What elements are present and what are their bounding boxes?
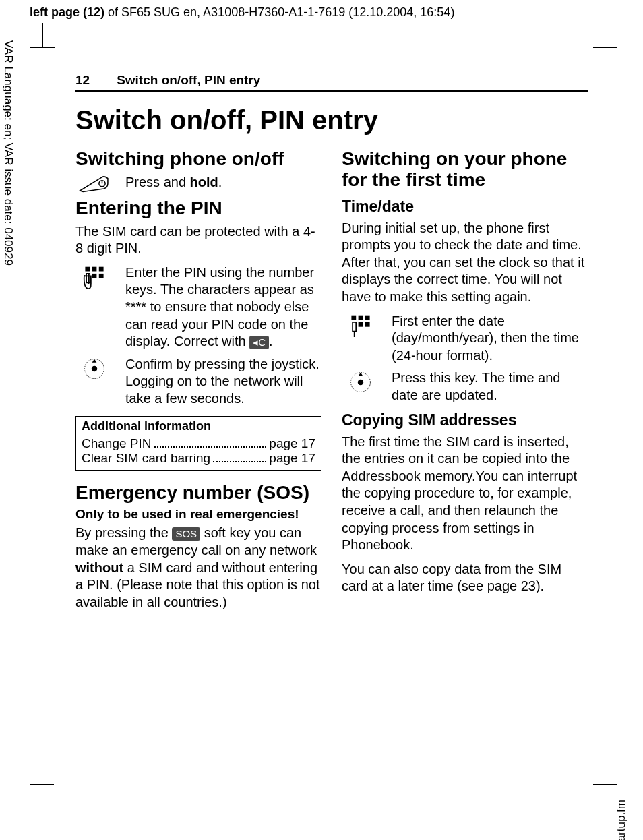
svg-rect-3 — [92, 267, 97, 272]
info-row: Change PIN page 17 — [82, 436, 315, 451]
heading-sos: Emergency number (SOS) — [75, 483, 322, 504]
text: . — [269, 334, 273, 349]
text: Enter the PIN using the number keys. The… — [125, 265, 314, 297]
time-date-body: During initial set up, the phone first p… — [342, 220, 588, 306]
left-margin-note: VAR Language: en; VAR issue date: 040929 — [1, 40, 15, 266]
info-row: Clear SIM card barring page 17 — [82, 451, 315, 466]
info-box-title: Additional information — [82, 419, 315, 433]
svg-rect-5 — [92, 274, 97, 278]
svg-rect-12 — [359, 315, 363, 320]
end-key-icon — [75, 174, 113, 193]
text-bold: hold — [190, 175, 218, 189]
svg-rect-14 — [359, 322, 363, 326]
copy-sim-body2: You can also copy data from the SIM card… — [342, 561, 588, 595]
keycap-label: C — [258, 336, 266, 348]
svg-rect-11 — [351, 315, 356, 320]
info-page: page 17 — [269, 451, 315, 466]
svg-rect-13 — [365, 315, 370, 320]
doc-build-header: left page (12) of SF65 SUG en, A31008-H7… — [0, 0, 643, 20]
leader-dots — [213, 461, 266, 462]
two-column-layout: Switching phone on/off Press and hold. E… — [75, 148, 588, 618]
step-enter-date-text: First enter the date (day/month/year), t… — [392, 313, 588, 365]
heading-copy-sim: Copying SIM addresses — [342, 411, 588, 429]
joystick-center-icon — [342, 369, 379, 394]
svg-point-9 — [92, 366, 98, 372]
right-column: Switching on your phone for the first ti… — [342, 148, 588, 618]
pin-intro: The SIM card can be protected with a 4-8… — [75, 223, 322, 258]
heading-first-time: Switching on your phone for the first ti… — [342, 149, 588, 191]
text: By pressing the — [75, 525, 172, 540]
heading-entering-pin: Entering the PIN — [75, 198, 322, 219]
running-head-title: Switch on/off, PIN entry — [117, 73, 260, 88]
sos-warning: Only to be used in real emergencies! — [75, 507, 322, 522]
sos-softkey-icon: SOS — [172, 527, 200, 541]
svg-marker-10 — [92, 359, 97, 362]
running-head: 12 Switch on/off, PIN entry — [75, 73, 588, 92]
svg-rect-4 — [99, 267, 104, 272]
clear-key-icon: ◂C — [249, 336, 269, 349]
info-page: page 17 — [269, 436, 315, 451]
svg-point-18 — [358, 380, 364, 386]
leader-dots — [154, 446, 267, 448]
crop-mark-tr — [581, 23, 605, 47]
svg-marker-19 — [359, 373, 363, 376]
step-enter-pin: Enter the PIN using the number keys. The… — [75, 264, 322, 351]
step-enter-pin-text: Enter the PIN using the number keys. The… — [125, 264, 322, 351]
keypad-icon — [342, 313, 379, 339]
pin-mask: **** — [125, 299, 146, 314]
step-confirm-date-text: Press this key. The time and date are up… — [392, 369, 588, 404]
text: to en­sure that nobody else can read you… — [125, 299, 309, 349]
right-margin-note: Siemens AG 2003, \\Itl-eu\wien\Projekte_… — [615, 800, 628, 840]
page-number: 12 — [75, 73, 90, 88]
left-column: Switching phone on/off Press and hold. E… — [75, 148, 322, 618]
heading-switch-on-off: Switching phone on/off — [75, 149, 322, 170]
heading-time-date: Time/date — [342, 198, 588, 216]
svg-rect-6 — [99, 274, 104, 278]
text: Press and — [125, 175, 190, 189]
additional-info-box: Additional information Change PIN page 1… — [75, 416, 322, 471]
page-content: 12 Switch on/off, PIN entry Switch on/of… — [75, 73, 588, 618]
svg-rect-15 — [365, 322, 370, 326]
step-confirm-text: Confirm by pressing the joystick. Loggin… — [125, 356, 322, 408]
info-label: Change PIN — [82, 436, 152, 451]
svg-rect-2 — [85, 267, 90, 272]
doc-build-header-rest: of SF65 SUG en, A31008-H7360-A1-1-7619 (… — [104, 5, 454, 19]
page-title: Switch on/off, PIN entry — [75, 105, 588, 136]
step-enter-date-time: First enter the date (day/month/year), t… — [342, 313, 588, 365]
crop-mark-tl — [42, 23, 67, 47]
crop-mark-bl — [42, 785, 66, 809]
step-press-hold: Press and hold. — [75, 174, 322, 193]
copy-sim-body1: The first time the SIM card is insert­ed… — [342, 433, 588, 554]
crop-mark-br — [581, 785, 605, 809]
text: . — [218, 175, 222, 189]
text-bold: without — [75, 560, 123, 575]
step-confirm-joystick: Confirm by pressing the joystick. Loggin… — [75, 356, 322, 408]
doc-build-header-bold: left page (12) — [30, 5, 104, 19]
keypad-icon — [75, 264, 113, 291]
step-confirm-date-time: Press this key. The time and date are up… — [342, 369, 588, 404]
info-label: Clear SIM card barring — [82, 451, 210, 466]
sos-body: By pressing the SOS soft key you can mak… — [75, 524, 322, 611]
joystick-center-icon — [75, 356, 113, 380]
step-press-hold-text: Press and hold. — [125, 174, 322, 191]
